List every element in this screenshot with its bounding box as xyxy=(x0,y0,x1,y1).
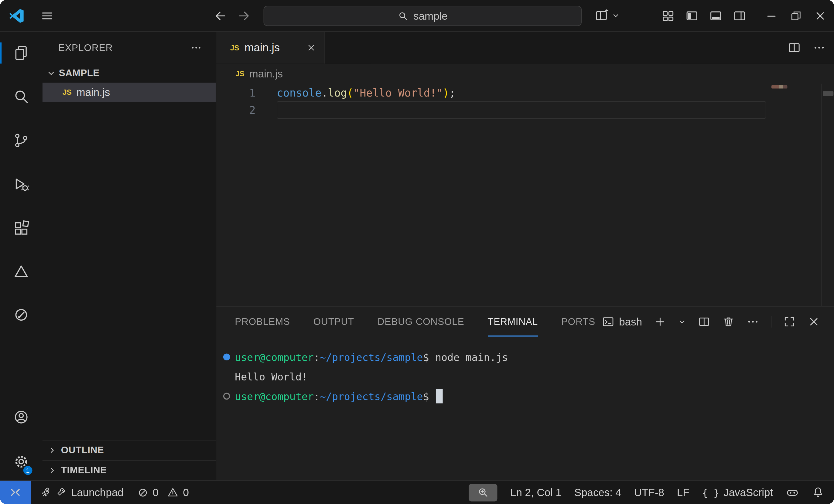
activity-source-control[interactable] xyxy=(0,124,43,156)
prompt-separator: : xyxy=(314,390,320,402)
notifications-bell-icon[interactable] xyxy=(812,486,825,499)
line-number: 2 xyxy=(216,104,267,116)
code-editor[interactable]: 1 console.log("Hello World!"); 2 xyxy=(216,84,834,306)
indentation[interactable]: Spaces: 4 xyxy=(574,486,621,499)
search-icon xyxy=(398,10,408,21)
tab-debug-console[interactable]: DEBUG CONSOLE xyxy=(377,307,464,337)
chevron-right-icon xyxy=(48,446,57,455)
tab-ports[interactable]: PORTS xyxy=(561,307,595,337)
toggle-primary-sidebar-icon[interactable] xyxy=(685,9,699,23)
close-window-icon[interactable] xyxy=(814,9,827,22)
run-debug-icon xyxy=(13,176,30,193)
menu-icon[interactable] xyxy=(40,9,54,23)
warnings-icon xyxy=(167,487,179,498)
activity-extensions[interactable] xyxy=(0,212,43,245)
terminal-profile[interactable]: bash xyxy=(602,316,642,328)
kill-terminal-icon[interactable] xyxy=(722,316,735,328)
timeline-label: TIMELINE xyxy=(61,465,107,476)
outline-section[interactable]: OUTLINE xyxy=(43,440,216,460)
folder-row-sample[interactable]: SAMPLE xyxy=(43,64,216,83)
toggle-panel-icon[interactable] xyxy=(709,9,723,23)
encoding[interactable]: UTF-8 xyxy=(634,486,664,499)
command-decoration-prompt[interactable] xyxy=(223,393,230,400)
terminal-output-line: Hello World! xyxy=(216,367,834,387)
breadcrumb[interactable]: JS main.js xyxy=(216,64,834,84)
command-center-search[interactable]: sample xyxy=(264,6,581,26)
editor-more-actions-icon[interactable] xyxy=(813,41,826,54)
errors-icon xyxy=(137,487,149,498)
wrench-icon xyxy=(56,487,67,498)
zoom-indicator[interactable] xyxy=(469,484,498,501)
tab-terminal[interactable]: TERMINAL xyxy=(487,307,538,337)
copilot-icon[interactable] xyxy=(786,486,799,499)
split-editor-icon[interactable] xyxy=(787,41,801,54)
terminal-output-area[interactable]: user@computer:~/projects/sample$node mai… xyxy=(216,337,834,480)
activity-search[interactable] xyxy=(0,81,43,112)
scrollbar-thumb[interactable] xyxy=(823,91,833,96)
customize-layout-icon[interactable] xyxy=(595,8,610,23)
panel-more-actions-icon[interactable] xyxy=(747,316,759,328)
back-arrow-icon[interactable] xyxy=(213,8,228,23)
problems-status[interactable]: 0 0 xyxy=(137,486,189,499)
cursor-position[interactable]: Ln 2, Col 1 xyxy=(510,486,562,499)
activity-circle-extension[interactable] xyxy=(0,299,43,331)
tab-mainjs[interactable]: JS main.js xyxy=(216,32,325,64)
timeline-section[interactable]: TIMELINE xyxy=(43,460,216,480)
js-file-icon: JS xyxy=(230,43,239,52)
search-value: sample xyxy=(413,10,448,22)
git-branch-icon xyxy=(13,132,30,149)
circle-dot-icon xyxy=(13,306,30,323)
activity-run-debug[interactable] xyxy=(0,168,43,200)
prompt-symbol: $ xyxy=(423,351,429,363)
restore-window-icon[interactable] xyxy=(789,9,802,22)
close-tab-icon[interactable] xyxy=(306,43,316,52)
eol-sequence[interactable]: LF xyxy=(677,486,689,499)
current-line-highlight xyxy=(277,101,766,119)
code-line-2: 2 xyxy=(216,101,834,119)
launchpad-item[interactable]: Launchpad xyxy=(40,486,124,499)
terminal-icon xyxy=(602,316,614,328)
remote-icon xyxy=(8,485,22,499)
activity-settings[interactable]: 1 xyxy=(0,446,43,478)
search-icon xyxy=(13,88,30,105)
account-icon xyxy=(13,409,30,426)
command-decoration-success[interactable] xyxy=(223,353,230,360)
activity-account[interactable] xyxy=(0,402,43,433)
prompt-path: ~/projects/sample xyxy=(320,351,423,363)
activity-triangle-extension[interactable] xyxy=(0,255,43,287)
language-mode[interactable]: { } JavaScript xyxy=(702,486,773,499)
tab-problems[interactable]: PROBLEMS xyxy=(235,307,290,337)
prompt-path: ~/projects/sample xyxy=(320,390,423,402)
editor-layout-grid-icon[interactable] xyxy=(661,9,675,23)
toggle-secondary-sidebar-icon[interactable] xyxy=(733,9,747,23)
minimap[interactable] xyxy=(771,85,787,88)
terminal-command-line: user@computer:~/projects/sample$node mai… xyxy=(216,347,834,367)
activity-bar: 1 xyxy=(0,32,43,480)
new-terminal-icon[interactable] xyxy=(654,316,666,328)
titlebar: sample xyxy=(0,0,834,32)
settings-badge: 1 xyxy=(22,465,34,476)
code-line-1: 1 console.log("Hello World!"); xyxy=(216,84,834,101)
outline-label: OUTLINE xyxy=(61,445,104,456)
js-file-icon: JS xyxy=(235,70,244,78)
close-panel-icon[interactable] xyxy=(808,316,820,328)
terminal-prompt-line: user@computer:~/projects/sample$ xyxy=(216,387,834,406)
chevron-down-icon[interactable] xyxy=(612,12,620,19)
sidebar-more-actions-icon[interactable] xyxy=(191,42,202,53)
file-row-mainjs[interactable]: JS main.js xyxy=(43,83,216,102)
remote-indicator[interactable] xyxy=(0,481,31,504)
prompt-separator: : xyxy=(314,351,320,363)
explorer-sidebar: EXPLORER SAMPLE JS main.js xyxy=(43,32,217,480)
launch-profile-chevron-icon[interactable] xyxy=(678,318,686,326)
maximize-panel-icon[interactable] xyxy=(783,316,796,328)
forward-arrow-icon[interactable] xyxy=(237,8,251,23)
activity-explorer[interactable] xyxy=(0,37,43,69)
split-terminal-icon[interactable] xyxy=(698,316,710,328)
minimize-icon[interactable] xyxy=(765,9,778,22)
editor-tab-bar: JS main.js xyxy=(216,32,834,64)
braces-icon: { } xyxy=(702,487,720,498)
tab-label: main.js xyxy=(244,41,280,54)
tab-output[interactable]: OUTPUT xyxy=(313,307,354,337)
file-name: main.js xyxy=(76,86,110,98)
editor-scrollbar[interactable] xyxy=(821,84,834,306)
